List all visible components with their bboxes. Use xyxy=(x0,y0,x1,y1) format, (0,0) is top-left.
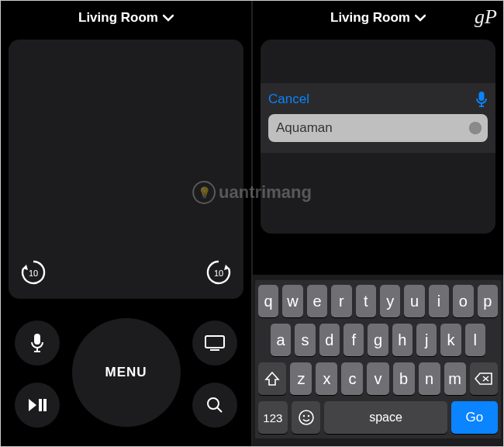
voice-button[interactable] xyxy=(15,321,60,366)
microphone-icon xyxy=(29,333,45,353)
cancel-button[interactable]: Cancel xyxy=(268,92,309,107)
key-e[interactable]: e xyxy=(307,285,327,317)
emoji-icon xyxy=(298,409,315,426)
keyboard: qwertyuiop asdfghjkl zxcvbnm 123 xyxy=(253,275,503,446)
touch-surface-right[interactable]: Cancel xyxy=(261,40,495,234)
skip-forward-button[interactable]: 10 xyxy=(202,255,236,289)
svg-point-18 xyxy=(302,415,304,417)
key-y[interactable]: y xyxy=(380,285,400,317)
microphone-icon xyxy=(475,91,488,108)
key-f[interactable]: f xyxy=(343,324,364,356)
key-b[interactable]: b xyxy=(393,362,415,395)
key-m[interactable]: m xyxy=(444,362,466,395)
key-h[interactable]: h xyxy=(392,324,413,356)
key-t[interactable]: t xyxy=(356,285,376,317)
shift-key[interactable] xyxy=(258,362,286,395)
room-name-right: Living Room xyxy=(330,10,410,26)
key-w[interactable]: w xyxy=(282,285,302,317)
numbers-key[interactable]: 123 xyxy=(258,401,288,434)
corner-watermark: gP xyxy=(475,5,497,29)
space-key[interactable]: space xyxy=(324,401,447,434)
dictation-button[interactable] xyxy=(475,91,488,108)
svg-rect-12 xyxy=(479,92,485,101)
key-d[interactable]: d xyxy=(319,324,340,356)
svg-rect-2 xyxy=(34,334,40,345)
svg-point-17 xyxy=(299,411,313,424)
key-p[interactable]: p xyxy=(478,285,498,317)
room-selector-right[interactable]: Living Room xyxy=(253,1,503,35)
key-k[interactable]: k xyxy=(440,324,461,356)
text-input-panel: Cancel xyxy=(261,83,495,153)
room-selector[interactable]: Living Room xyxy=(1,1,251,35)
emoji-key[interactable] xyxy=(292,401,321,434)
search-icon xyxy=(205,396,224,414)
key-g[interactable]: g xyxy=(368,324,388,356)
key-s[interactable]: s xyxy=(295,324,315,356)
key-i[interactable]: i xyxy=(429,285,449,317)
menu-button[interactable]: MENU xyxy=(72,318,181,427)
key-q[interactable]: q xyxy=(258,285,278,317)
key-z[interactable]: z xyxy=(290,362,312,395)
key-r[interactable]: r xyxy=(331,285,351,317)
room-name: Living Room xyxy=(78,10,158,26)
svg-point-10 xyxy=(208,398,219,409)
backspace-key[interactable] xyxy=(470,362,498,395)
play-pause-icon xyxy=(27,397,47,413)
svg-text:10: 10 xyxy=(214,269,223,278)
search-button[interactable] xyxy=(192,383,237,428)
go-key[interactable]: Go xyxy=(451,401,498,434)
key-u[interactable]: u xyxy=(404,285,424,317)
svg-rect-7 xyxy=(43,399,47,411)
chevron-down-icon xyxy=(415,14,426,22)
shift-icon xyxy=(264,372,280,386)
chevron-down-icon xyxy=(163,14,174,22)
key-n[interactable]: n xyxy=(419,362,440,395)
svg-text:10: 10 xyxy=(29,269,38,278)
key-j[interactable]: j xyxy=(416,324,437,356)
backspace-icon xyxy=(475,372,493,386)
key-v[interactable]: v xyxy=(367,362,388,395)
key-x[interactable]: x xyxy=(316,362,337,395)
key-c[interactable]: c xyxy=(341,362,363,395)
tv-icon xyxy=(204,334,226,352)
search-input[interactable] xyxy=(268,114,488,142)
play-pause-button[interactable] xyxy=(15,383,60,428)
svg-rect-6 xyxy=(39,399,42,411)
menu-label: MENU xyxy=(105,365,147,380)
key-a[interactable]: a xyxy=(271,324,291,356)
tv-button[interactable] xyxy=(192,321,237,366)
svg-point-19 xyxy=(307,415,309,417)
key-l[interactable]: l xyxy=(465,324,485,356)
skip-back-button[interactable]: 10 xyxy=(16,255,50,289)
keyboard-pane: gP Living Room Cancel qwertyuiop a xyxy=(251,1,503,446)
remote-pane: Living Room 10 10 xyxy=(1,1,251,446)
svg-marker-5 xyxy=(29,399,36,411)
svg-line-11 xyxy=(217,407,222,412)
touch-surface[interactable]: 10 10 xyxy=(9,40,243,299)
svg-rect-8 xyxy=(205,336,224,348)
controls-area: MENU xyxy=(1,299,251,446)
key-o[interactable]: o xyxy=(453,285,473,317)
